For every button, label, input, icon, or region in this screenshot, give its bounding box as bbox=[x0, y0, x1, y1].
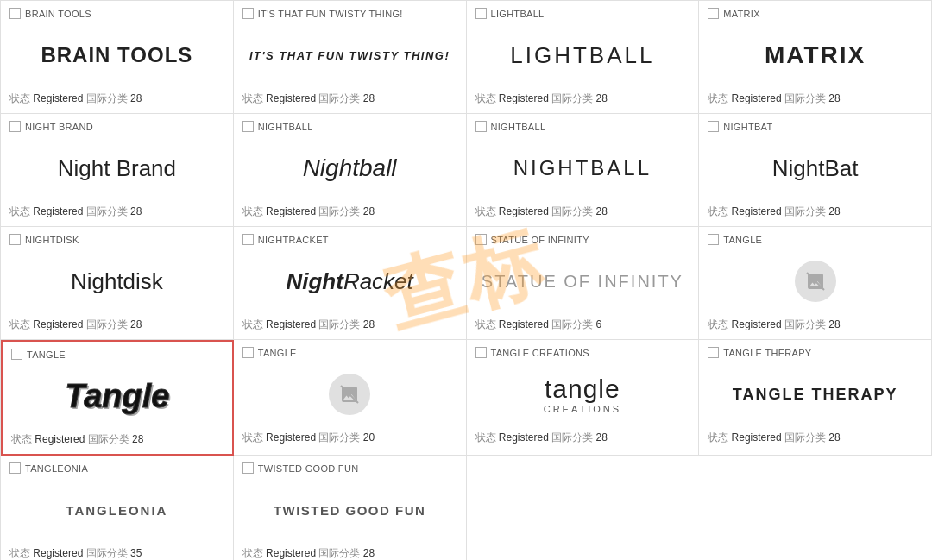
card-title: BRAIN TOOLS bbox=[25, 9, 91, 19]
status-value: Registered bbox=[35, 433, 85, 445]
card-title: TANGLE THERAPY bbox=[723, 348, 811, 358]
class-label: 国际分类 bbox=[551, 318, 593, 330]
card-matrix[interactable]: MATRIX MATRIX 状态 Registered 国际分类 28 bbox=[699, 1, 932, 114]
card-title: STATUE OF INFINITY bbox=[491, 235, 589, 245]
brand-display: IT'S THAT FUN TWISTY THING! bbox=[249, 49, 450, 62]
card-header: TANGLE THERAPY bbox=[708, 347, 923, 358]
class-value: 28 bbox=[130, 92, 142, 104]
card-footer: 状态 Registered 国际分类 28 bbox=[475, 91, 690, 106]
card-brand-area: STATUE OF INFINITY bbox=[475, 250, 690, 312]
class-label: 国际分类 bbox=[88, 433, 129, 445]
class-value: 28 bbox=[363, 318, 375, 330]
class-value: 28 bbox=[132, 433, 143, 445]
class-value: 35 bbox=[130, 547, 142, 559]
card-checkbox[interactable] bbox=[242, 121, 254, 132]
card-brand-area: MATRIX bbox=[708, 24, 923, 86]
card-checkbox[interactable] bbox=[242, 347, 254, 358]
card-checkbox[interactable] bbox=[475, 234, 487, 245]
card-checkbox[interactable] bbox=[11, 349, 22, 360]
card-checkbox[interactable] bbox=[9, 234, 21, 245]
class-label: 国际分类 bbox=[784, 318, 826, 330]
card-header: IT'S THAT FUN TWISTY THING! bbox=[242, 8, 457, 19]
card-nightball-1[interactable]: NIGHTBALL Nightball 状态 Registered 国际分类 2… bbox=[234, 114, 467, 227]
card-nightdisk[interactable]: NIGHTDISK Nightdisk 状态 Registered 国际分类 2… bbox=[1, 227, 234, 340]
card-title: TANGLE bbox=[723, 235, 762, 245]
card-checkbox[interactable] bbox=[9, 462, 21, 474]
card-title: NIGHTBAT bbox=[723, 122, 772, 132]
card-footer: 状态 Registered 国际分类 28 bbox=[708, 318, 923, 332]
status-value: Registered bbox=[33, 205, 83, 217]
card-title: NIGHTRACKET bbox=[258, 235, 329, 245]
card-checkbox[interactable] bbox=[475, 121, 487, 132]
card-brand-area: BRAIN TOOLS bbox=[9, 24, 224, 86]
brand-display: STATUE OF INFINITY bbox=[482, 272, 683, 292]
card-title: TWISTED GOOD FUN bbox=[258, 463, 359, 474]
card-header: NIGHTBALL bbox=[475, 121, 690, 132]
card-night-brand[interactable]: NIGHT BRAND Night Brand 状态 Registered 国际… bbox=[1, 114, 234, 227]
class-label: 国际分类 bbox=[551, 92, 593, 104]
card-header: STATUE OF INFINITY bbox=[475, 234, 690, 245]
card-statue-of-infinity[interactable]: STATUE OF INFINITY STATUE OF INFINITY 状态… bbox=[467, 227, 700, 340]
class-value: 28 bbox=[596, 92, 608, 104]
card-nightball-2[interactable]: NIGHTBALL NIGHTBALL 状态 Registered 国际分类 2… bbox=[467, 114, 700, 227]
card-checkbox[interactable] bbox=[708, 8, 719, 19]
status-label: 状态 bbox=[9, 547, 30, 559]
class-label: 国际分类 bbox=[551, 431, 593, 444]
card-its-that[interactable]: IT'S THAT FUN TWISTY THING! IT'S THAT FU… bbox=[234, 1, 467, 114]
card-brand-area bbox=[708, 250, 923, 312]
card-checkbox[interactable] bbox=[708, 121, 719, 132]
status-label: 状态 bbox=[475, 92, 496, 104]
brand-display: tangleCREATIONS bbox=[544, 374, 621, 414]
card-brand-area: NightRacket bbox=[242, 250, 457, 312]
card-footer: 状态 Registered 国际分类 6 bbox=[475, 318, 690, 332]
brand-display: TWISTED GOOD FUN bbox=[274, 503, 426, 518]
card-nightracket[interactable]: NIGHTRACKET NightRacket 状态 Registered 国际… bbox=[234, 227, 467, 340]
card-header: TWISTED GOOD FUN bbox=[242, 462, 457, 474]
card-brand-area: Night Brand bbox=[9, 137, 224, 199]
card-tangle-1[interactable]: TANGLE 状态 Registered 国际分类 28 bbox=[699, 227, 932, 340]
card-nightbat[interactable]: NIGHTBAT NightBat 状态 Registered 国际分类 28 bbox=[699, 114, 932, 227]
card-brain-tools[interactable]: BRAIN TOOLS BRAIN TOOLS 状态 Registered 国际… bbox=[1, 1, 234, 114]
card-tangle-creations[interactable]: TANGLE CREATIONS tangleCREATIONS 状态 Regi… bbox=[467, 340, 700, 456]
card-checkbox[interactable] bbox=[9, 8, 21, 19]
status-value: Registered bbox=[266, 92, 316, 104]
class-label: 国际分类 bbox=[86, 205, 128, 217]
card-checkbox[interactable] bbox=[242, 8, 254, 19]
card-header: LIGHTBALL bbox=[475, 8, 690, 19]
card-footer: 状态 Registered 国际分类 28 bbox=[11, 432, 224, 447]
card-checkbox[interactable] bbox=[242, 234, 254, 245]
card-tangleonia[interactable]: TANGLEONIA TANGLEONIA 状态 Registered 国际分类… bbox=[1, 456, 234, 560]
card-tangle-therapy[interactable]: TANGLE THERAPY TANGLE THERAPY 状态 Registe… bbox=[699, 340, 932, 456]
status-label: 状态 bbox=[708, 92, 728, 104]
status-value: Registered bbox=[732, 318, 782, 330]
class-label: 国际分类 bbox=[86, 92, 128, 104]
status-value: Registered bbox=[33, 92, 83, 104]
class-label: 国际分类 bbox=[784, 431, 826, 444]
card-checkbox[interactable] bbox=[475, 347, 487, 358]
card-checkbox[interactable] bbox=[242, 462, 254, 474]
status-value: Registered bbox=[266, 431, 316, 444]
card-checkbox[interactable] bbox=[708, 234, 719, 245]
class-value: 28 bbox=[130, 205, 142, 217]
card-footer: 状态 Registered 国际分类 28 bbox=[708, 204, 923, 219]
no-image-icon bbox=[329, 374, 370, 415]
class-value: 28 bbox=[596, 205, 608, 217]
card-footer: 状态 Registered 国际分类 28 bbox=[242, 318, 457, 332]
card-tangle-3[interactable]: TANGLE 状态 Registered 国际分类 20 bbox=[234, 340, 467, 456]
status-label: 状态 bbox=[242, 318, 263, 330]
card-checkbox[interactable] bbox=[708, 347, 719, 358]
card-checkbox[interactable] bbox=[9, 121, 21, 132]
card-title: TANGLEONIA bbox=[25, 463, 88, 474]
status-value: Registered bbox=[499, 431, 549, 444]
card-twisted-good-fun[interactable]: TWISTED GOOD FUN TWISTED GOOD FUN 状态 Reg… bbox=[234, 456, 467, 560]
card-brand-area: TANGLEONIA bbox=[9, 479, 224, 541]
card-title: NIGHTBALL bbox=[258, 122, 313, 132]
card-footer: 状态 Registered 国际分类 28 bbox=[242, 546, 457, 560]
card-tangle-2[interactable]: TANGLE Tangle 状态 Registered 国际分类 28 bbox=[1, 340, 234, 456]
card-title: NIGHTBALL bbox=[491, 122, 546, 132]
brand-display: NIGHTBALL bbox=[513, 156, 652, 180]
card-lightball[interactable]: LIGHTBALL LIGHTBALL 状态 Registered 国际分类 2… bbox=[467, 1, 700, 114]
card-checkbox[interactable] bbox=[475, 8, 487, 19]
brand-display: Tangle bbox=[65, 378, 169, 415]
status-value: Registered bbox=[732, 205, 782, 217]
